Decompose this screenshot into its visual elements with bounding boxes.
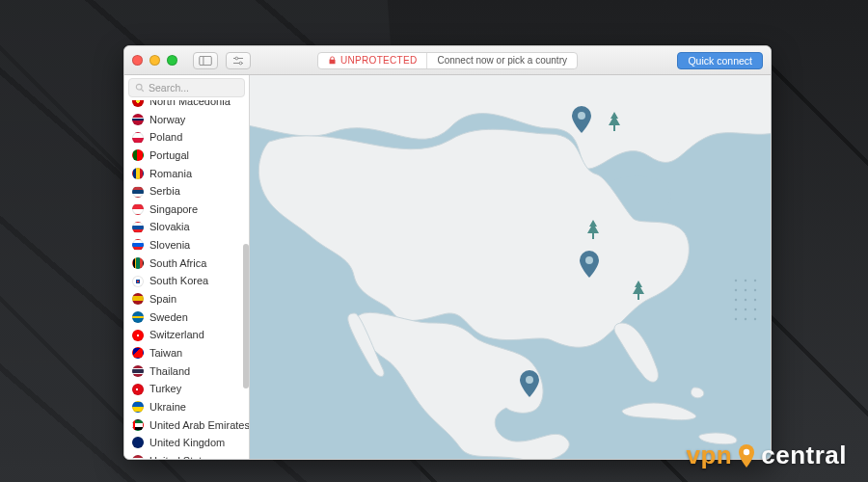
country-item-us[interactable]: United States [124,452,249,459]
status-unprotected: UNPROTECTED [318,55,426,66]
svg-point-25 [754,318,756,320]
svg-point-13 [754,280,756,281]
country-item-si[interactable]: Slovenia [124,236,249,254]
search-input[interactable]: Search... [128,78,245,97]
maximize-window-button[interactable] [167,55,177,66]
svg-point-5 [239,62,242,65]
country-label: Taiwan [149,347,182,360]
flag-icon-rs [132,186,144,198]
svg-point-21 [745,308,746,310]
map-pin-usa[interactable] [579,251,600,278]
country-label: Sweden [149,311,188,324]
country-sidebar: Search... North MacedoniaNorwayPolandPor… [124,75,250,459]
connection-status-pill[interactable]: UNPROTECTED Connect now or pick a countr… [317,52,578,69]
country-list[interactable]: North MacedoniaNorwayPolandPortugalRoman… [124,100,249,459]
country-label: Slovakia [149,221,190,233]
minimize-window-button[interactable] [149,55,160,66]
pin-logo-icon [738,444,755,468]
flag-icon-za [132,257,144,269]
flag-icon-th [132,365,144,377]
country-item-za[interactable]: South Africa [124,254,249,273]
svg-point-18 [745,299,746,301]
svg-point-8 [578,112,585,120]
svg-point-15 [745,289,746,291]
flag-icon-pl [132,132,144,144]
country-item-rs[interactable]: Serbia [124,182,249,201]
country-label: Serbia [149,185,180,198]
country-item-pl[interactable]: Poland [124,128,249,147]
country-label: North Macedonia [149,100,231,108]
svg-point-20 [735,308,737,310]
country-item-ae[interactable]: United Arab Emirates [124,416,249,435]
country-item-se[interactable]: Sweden [124,308,249,327]
country-label: South Korea [149,275,208,287]
sidebar-icon [199,56,212,66]
decoration-dots [730,275,765,333]
toolbar-view-buttons [189,52,251,69]
country-item-sk[interactable]: Slovakia [124,218,249,236]
sidebar-toggle-button[interactable] [193,52,218,69]
country-label: Slovenia [149,239,190,252]
svg-point-10 [526,376,533,384]
flag-icon-tw [132,347,144,359]
country-label: Thailand [149,365,190,378]
country-item-sg[interactable]: Singapore [124,201,249,219]
country-item-mk[interactable]: North Macedonia [124,100,249,111]
flag-icon-kr [132,276,144,287]
svg-point-19 [754,299,756,301]
vpn-app-window: UNPROTECTED Connect now or pick a countr… [123,45,772,460]
quick-connect-button[interactable]: Quick connect [677,52,763,69]
map-view[interactable] [250,75,771,459]
country-label: Singapore [149,203,198,216]
status-message: Connect now or pick a country [427,55,577,66]
country-label: Spain [149,293,176,306]
country-item-tw[interactable]: Taiwan [124,344,249,362]
svg-point-16 [754,289,756,291]
map-pin-mexico[interactable] [519,370,540,397]
watermark-brand-a: vpn [687,441,733,470]
map-svg [250,75,771,459]
country-item-es[interactable]: Spain [124,290,249,308]
country-label: Norway [149,114,185,126]
country-item-tr[interactable]: Turkey [124,380,249,398]
flag-icon-sk [132,222,144,233]
country-item-ua[interactable]: Ukraine [124,398,249,416]
flag-icon-gb [132,437,144,448]
country-item-no[interactable]: Norway [124,111,249,129]
search-placeholder: Search... [149,82,189,94]
country-label: Portugal [149,149,189,162]
sliders-icon [231,56,245,66]
country-item-ch[interactable]: Switzerland [124,326,249,344]
scrollbar-thumb[interactable] [243,244,249,388]
country-item-th[interactable]: Thailand [124,362,249,381]
country-label: Ukraine [149,401,186,414]
country-item-gb[interactable]: United Kingdom [124,434,249,452]
flag-icon-es [132,293,144,305]
svg-point-12 [745,280,746,281]
svg-point-17 [735,299,737,301]
svg-line-7 [141,89,143,91]
tree-icon [607,112,622,133]
flag-icon-pt [132,149,144,161]
flag-icon-ae [132,419,144,431]
map-pin-canada[interactable] [571,106,592,133]
country-label: Switzerland [149,329,204,341]
window-titlebar: UNPROTECTED Connect now or pick a countr… [124,46,771,75]
watermark-brand-b: central [761,441,847,470]
flag-icon-tr [132,384,144,395]
svg-point-11 [735,280,737,281]
lock-icon [328,56,337,65]
country-label: Romania [149,168,192,180]
country-item-pt[interactable]: Portugal [124,147,249,165]
watermark-vpncentral: vpn central [687,441,848,470]
country-item-kr[interactable]: South Korea [124,272,249,290]
settings-toggle-button[interactable] [226,52,251,69]
flag-icon-si [132,239,144,251]
flag-icon-ua [132,401,144,413]
close-window-button[interactable] [132,55,143,66]
country-label: United Arab Emirates [149,419,249,432]
tree-icon [585,220,601,241]
country-item-ro[interactable]: Romania [124,165,249,183]
country-label: Poland [149,131,182,144]
search-icon [135,83,145,93]
